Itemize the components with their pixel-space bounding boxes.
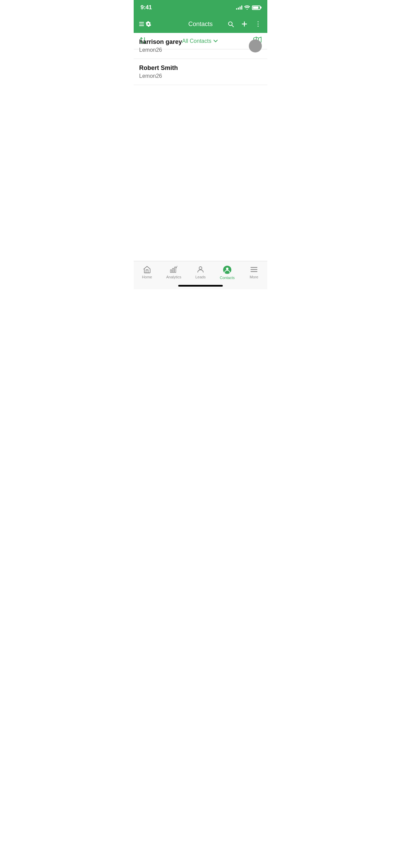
home-indicator (178, 285, 223, 287)
contact-item[interactable]: Robert Smith Lemon26 (134, 59, 267, 85)
tab-leads-label: Leads (195, 275, 206, 279)
svg-rect-11 (251, 271, 257, 272)
contact-name: harrison garey (139, 38, 182, 46)
more-icon (250, 265, 258, 274)
contacts-icon (223, 265, 232, 274)
tab-home-label: Home (142, 275, 152, 279)
tab-analytics[interactable]: Analytics (160, 264, 187, 280)
svg-point-6 (199, 267, 202, 269)
analytics-icon (170, 265, 178, 274)
contact-info: Robert Smith Lemon26 (139, 64, 178, 79)
tab-leads[interactable]: Leads (187, 264, 214, 280)
svg-point-8 (226, 268, 229, 270)
nav-actions (227, 20, 262, 28)
tab-more[interactable]: More (241, 264, 267, 280)
contact-name: Robert Smith (139, 64, 178, 72)
hamburger-lines (139, 22, 144, 26)
contacts-list: harrison garey Lemon26 Robert Smith Lemo… (134, 33, 267, 261)
status-bar: 9:41 (134, 0, 267, 15)
avatar (249, 39, 262, 52)
signal-icon (236, 5, 242, 10)
contact-company: Lemon26 (139, 47, 182, 53)
status-icons (236, 5, 260, 10)
add-icon[interactable] (241, 20, 248, 28)
tab-home[interactable]: Home (134, 264, 160, 280)
svg-point-0 (258, 21, 259, 22)
overflow-menu-icon[interactable] (254, 20, 262, 28)
gear-icon (145, 21, 152, 27)
contact-company: Lemon26 (139, 73, 178, 79)
nav-title: Contacts (188, 21, 212, 28)
svg-rect-9 (251, 267, 257, 268)
contact-info: harrison garey Lemon26 (139, 38, 182, 53)
settings-button[interactable] (139, 21, 152, 27)
svg-rect-10 (251, 269, 257, 270)
svg-rect-5 (174, 267, 176, 273)
leads-icon (196, 265, 205, 274)
svg-rect-3 (170, 270, 172, 273)
tab-contacts[interactable]: Contacts (214, 264, 241, 281)
battery-icon (252, 5, 260, 10)
svg-rect-4 (172, 268, 174, 273)
status-time: 9:41 (141, 4, 152, 11)
svg-point-2 (258, 26, 259, 27)
wifi-icon (244, 5, 250, 10)
svg-point-1 (258, 24, 259, 25)
search-icon[interactable] (227, 20, 234, 28)
tab-contacts-label: Contacts (220, 276, 234, 280)
tab-analytics-label: Analytics (166, 275, 181, 279)
home-icon (143, 265, 151, 274)
contact-item[interactable]: harrison garey Lemon26 (134, 33, 267, 59)
nav-bar: Contacts (134, 15, 267, 33)
tab-more-label: More (250, 275, 258, 279)
